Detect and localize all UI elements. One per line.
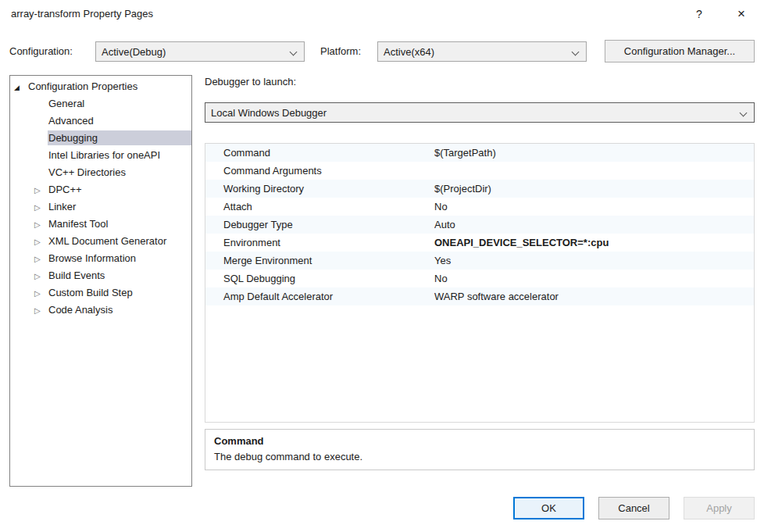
expander-arrow-icon (34, 218, 48, 230)
ok-button[interactable]: OK (513, 497, 584, 520)
tree-item[interactable]: Debugging (10, 129, 191, 146)
property-name: Amp Default Accelerator (205, 287, 434, 305)
property-value[interactable]: Yes (434, 252, 754, 270)
property-row[interactable]: Attach No (205, 198, 754, 216)
tree-item-label: Advanced (48, 113, 191, 128)
chevron-down-icon (572, 48, 580, 56)
tree-item[interactable]: DPC++ (10, 180, 191, 198)
property-row[interactable]: Command $(TargetPath) (205, 144, 754, 162)
tree-item-label: Code Analysis (48, 302, 191, 317)
expander-arrow-icon (34, 304, 48, 316)
tree-item-label: Configuration Properties (27, 79, 191, 94)
debugger-select[interactable]: Local Windows Debugger (205, 102, 755, 123)
tree-item-label: DPC++ (48, 182, 191, 197)
property-row[interactable]: Working Directory $(ProjectDir) (205, 180, 754, 198)
property-value[interactable]: $(TargetPath) (434, 144, 754, 162)
cancel-button[interactable]: Cancel (598, 497, 669, 520)
expander-arrow-icon (14, 80, 27, 92)
platform-select[interactable]: Active(x64) (377, 41, 587, 62)
tree-item-label: Debugging (48, 130, 191, 145)
expander-arrow-icon (34, 235, 48, 247)
configuration-label: Configuration: (9, 41, 73, 62)
apply-button[interactable]: Apply (684, 497, 755, 520)
expander-arrow-icon (34, 252, 48, 264)
tree-item[interactable]: Intel Libraries for oneAPI (10, 146, 191, 163)
configuration-manager-label: Configuration Manager... (624, 45, 735, 57)
property-row[interactable]: SQL Debugging No (205, 270, 754, 287)
configuration-manager-button[interactable]: Configuration Manager... (605, 40, 755, 62)
property-name: Attach (205, 198, 434, 216)
expander-arrow-icon (34, 201, 48, 212)
debugger-value: Local Windows Debugger (211, 107, 327, 119)
description-text: The debug command to execute. (214, 451, 745, 462)
tree-item-label: XML Document Generator (48, 234, 191, 248)
window-title: array-transform Property Pages (11, 0, 153, 28)
property-grid: Command $(TargetPath) Command Arguments … (205, 143, 755, 423)
tree-item-label: Build Events (48, 268, 191, 283)
title-bar: array-transform Property Pages ? × (0, 0, 764, 28)
tree-item[interactable]: Browse Information (10, 249, 191, 266)
property-name: Command (205, 144, 434, 162)
property-row[interactable]: Merge Environment Yes (205, 252, 754, 270)
property-value[interactable]: No (434, 198, 754, 216)
property-value[interactable]: ONEAPI_DEVICE_SELECTOR=*:cpu (434, 234, 754, 252)
property-row[interactable]: Amp Default Accelerator WARP software ac… (205, 287, 754, 305)
tree-item-label: Intel Libraries for oneAPI (48, 148, 191, 162)
cancel-button-label: Cancel (618, 502, 649, 514)
ok-button-label: OK (541, 502, 556, 514)
tree-item-label: VC++ Directories (48, 165, 191, 180)
tree-item-label: Browse Information (48, 251, 191, 266)
tree-item[interactable]: XML Document Generator (10, 232, 191, 249)
property-row[interactable]: Debugger Type Auto (205, 216, 754, 234)
description-panel: Command The debug command to execute. (205, 429, 755, 470)
tree-item[interactable]: Custom Build Step (10, 284, 191, 301)
property-value[interactable] (434, 162, 754, 180)
property-name: Debugger Type (205, 216, 434, 234)
property-pages-dialog: array-transform Property Pages ? × Confi… (0, 0, 764, 532)
chevron-down-icon (290, 48, 298, 56)
apply-button-label: Apply (706, 502, 732, 514)
tree-item[interactable]: VC++ Directories (10, 163, 191, 180)
property-value[interactable]: No (434, 270, 754, 287)
debugger-to-launch-label: Debugger to launch: (205, 76, 296, 87)
platform-value: Active(x64) (384, 46, 434, 58)
property-name: SQL Debugging (205, 270, 434, 287)
help-icon[interactable]: ? (687, 0, 711, 28)
tree-item[interactable]: Linker (10, 198, 191, 215)
platform-label: Platform: (320, 41, 361, 62)
tree-item-label: Custom Build Step (48, 285, 191, 300)
tree-item[interactable]: General (10, 95, 191, 112)
tree-item[interactable]: Manifest Tool (10, 215, 191, 232)
property-name: Environment (205, 234, 434, 252)
expander-arrow-icon (34, 270, 48, 281)
property-name: Merge Environment (205, 252, 434, 270)
configuration-value: Active(Debug) (102, 46, 166, 58)
expander-arrow-icon (34, 287, 48, 298)
tree-item-label: Manifest Tool (48, 216, 191, 231)
property-value[interactable]: WARP software accelerator (434, 287, 754, 305)
description-title: Command (214, 435, 745, 447)
tree-item-label: Linker (48, 199, 191, 214)
close-icon[interactable]: × (728, 0, 755, 28)
configuration-select[interactable]: Active(Debug) (95, 41, 305, 62)
tree-item[interactable]: Build Events (10, 266, 191, 284)
tree-item[interactable]: Code Analysis (10, 301, 191, 318)
property-row[interactable]: Command Arguments (205, 162, 754, 180)
property-value[interactable]: $(ProjectDir) (434, 180, 754, 198)
chevron-down-icon (740, 109, 748, 117)
property-row[interactable]: Environment ONEAPI_DEVICE_SELECTOR=*:cpu (205, 234, 754, 252)
property-name: Command Arguments (205, 162, 434, 180)
configuration-tree: Configuration Properties General Advance… (9, 75, 192, 487)
tree-item-label: General (48, 96, 191, 111)
property-value[interactable]: Auto (434, 216, 754, 234)
tree-item[interactable]: Configuration Properties (10, 77, 191, 95)
property-name: Working Directory (205, 180, 434, 198)
tree-item[interactable]: Advanced (10, 112, 191, 129)
expander-arrow-icon (34, 184, 48, 195)
